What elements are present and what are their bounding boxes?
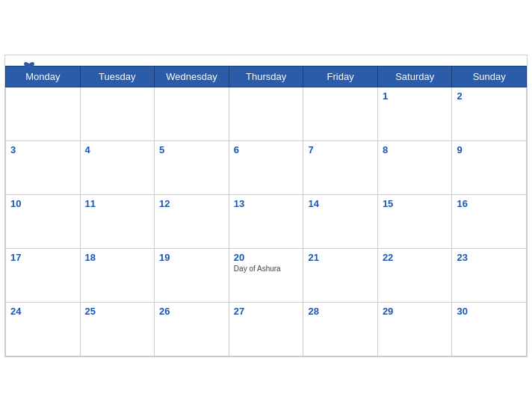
day-number: 12 — [159, 198, 224, 209]
calendar-cell: 11 — [80, 194, 155, 248]
calendar-cell: 6 — [229, 140, 303, 194]
day-number: 30 — [457, 306, 522, 317]
day-number: 8 — [383, 144, 448, 155]
day-number: 22 — [383, 252, 448, 263]
calendar-cell: 24 — [6, 302, 81, 356]
calendar-cell: 10 — [6, 194, 81, 248]
holiday-label: Day of Ashura — [234, 265, 299, 273]
calendar-cell: 16 — [452, 194, 527, 248]
day-number: 26 — [159, 306, 224, 317]
day-number: 20 — [234, 252, 299, 263]
calendar-cell: 20Day of Ashura — [229, 248, 303, 302]
calendar-cell: 30 — [452, 302, 527, 356]
calendar-cell — [155, 87, 229, 140]
logo-bird-icon — [22, 61, 37, 72]
calendar-grid: MondayTuesdayWednesdayThursdayFridaySatu… — [5, 66, 527, 356]
day-number: 14 — [308, 198, 372, 209]
day-number: 16 — [457, 198, 522, 209]
calendar-cell: 26 — [155, 302, 229, 356]
calendar-cell: 18 — [80, 248, 155, 302]
calendar-container: MondayTuesdayWednesdayThursdayFridaySatu… — [4, 55, 528, 357]
day-number: 15 — [383, 198, 448, 209]
day-number: 24 — [10, 306, 75, 317]
day-number: 2 — [457, 90, 522, 102]
week-row-3: 10111213141516 — [6, 194, 527, 248]
calendar-cell: 23 — [452, 248, 527, 302]
day-number: 13 — [234, 198, 299, 209]
weekday-header-friday: Friday — [303, 66, 377, 87]
weekday-header-saturday: Saturday — [377, 66, 452, 87]
calendar-cell: 15 — [377, 194, 452, 248]
calendar-cell: 5 — [155, 140, 229, 194]
calendar-cell: 28 — [303, 302, 377, 356]
week-row-1: 12 — [6, 87, 527, 140]
calendar-cell: 7 — [303, 140, 377, 194]
day-number: 25 — [85, 306, 150, 317]
calendar-cell: 17 — [6, 248, 81, 302]
day-number: 1 — [383, 90, 448, 102]
calendar-cell: 25 — [80, 302, 155, 356]
day-number: 11 — [85, 198, 150, 209]
calendar-cell: 3 — [6, 140, 81, 194]
day-number: 19 — [159, 252, 224, 263]
week-row-5: 24252627282930 — [6, 302, 527, 356]
day-number: 7 — [308, 144, 372, 155]
calendar-header — [5, 55, 527, 66]
calendar-cell — [6, 87, 81, 140]
calendar-cell: 21 — [303, 248, 377, 302]
calendar-cell: 19 — [155, 248, 229, 302]
calendar-cell — [80, 87, 155, 140]
day-number: 28 — [308, 306, 372, 317]
day-number: 29 — [383, 306, 448, 317]
day-number: 18 — [85, 252, 150, 263]
weekday-header-row: MondayTuesdayWednesdayThursdayFridaySatu… — [6, 66, 527, 87]
calendar-cell — [229, 87, 303, 140]
calendar-cell: 2 — [452, 87, 527, 140]
calendar-cell: 13 — [229, 194, 303, 248]
day-number: 10 — [10, 198, 75, 209]
calendar-cell: 14 — [303, 194, 377, 248]
weekday-header-wednesday: Wednesday — [155, 66, 229, 87]
calendar-cell: 27 — [229, 302, 303, 356]
weekday-header-tuesday: Tuesday — [80, 66, 155, 87]
weekday-header-sunday: Sunday — [452, 66, 527, 87]
day-number: 5 — [159, 144, 224, 155]
day-number: 9 — [457, 144, 522, 155]
day-number: 23 — [457, 252, 522, 263]
calendar-cell: 8 — [377, 140, 452, 194]
day-number: 6 — [234, 144, 299, 155]
day-number: 27 — [234, 306, 299, 317]
day-number: 17 — [10, 252, 75, 263]
calendar-cell: 4 — [80, 140, 155, 194]
day-number: 3 — [10, 144, 75, 155]
week-row-2: 3456789 — [6, 140, 527, 194]
calendar-cell: 12 — [155, 194, 229, 248]
day-number: 4 — [85, 144, 150, 155]
calendar-cell: 29 — [377, 302, 452, 356]
day-number: 21 — [308, 252, 372, 263]
calendar-cell — [303, 87, 377, 140]
week-row-4: 17181920Day of Ashura212223 — [6, 248, 527, 302]
logo-area — [17, 61, 37, 72]
calendar-cell: 1 — [377, 87, 452, 140]
calendar-cell: 22 — [377, 248, 452, 302]
weekday-header-thursday: Thursday — [229, 66, 303, 87]
calendar-cell: 9 — [452, 140, 527, 194]
